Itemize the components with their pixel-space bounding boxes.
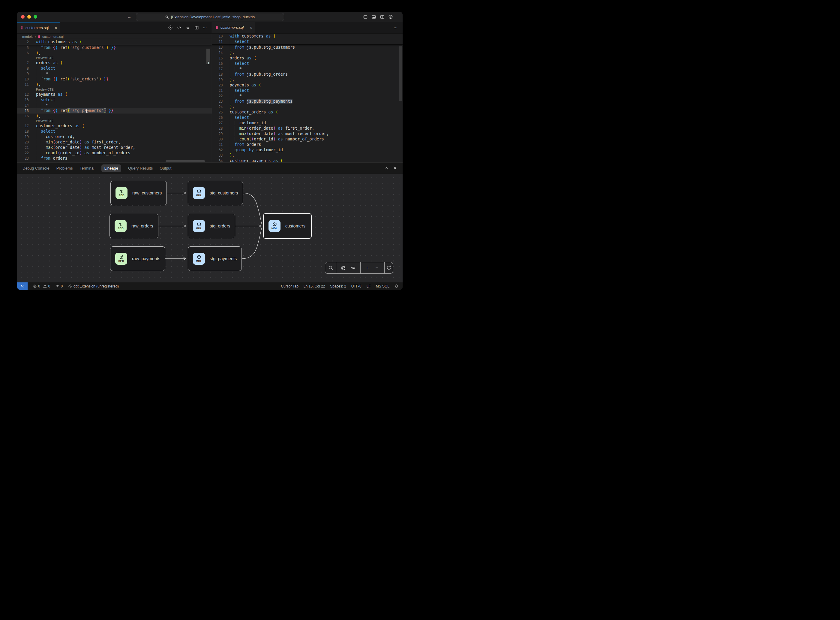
- close-tab-icon[interactable]: ✕: [249, 26, 252, 30]
- code-lines[interactable]: 5 from {{ ref('stg_customers') }}6),Prev…: [17, 45, 212, 161]
- encoding-status[interactable]: UTF-8: [351, 284, 362, 288]
- tab-debug-console[interactable]: Debug Console: [23, 166, 50, 170]
- code-line[interactable]: 13 from js.pub.stg_customers: [212, 45, 403, 50]
- command-center-search[interactable]: [Extension Development Host] jaffle_shop…: [136, 13, 284, 21]
- codelens-line[interactable]: Preview CTE: [17, 119, 212, 123]
- aperture-icon[interactable]: [341, 265, 346, 271]
- gear-icon[interactable]: [388, 14, 393, 19]
- codelens-line[interactable]: Preview CTE: [17, 87, 212, 92]
- lineage-node-raw-payments[interactable]: SED raw_payments: [110, 246, 165, 271]
- source-editor[interactable]: models › customers.sql 2with customers a…: [17, 34, 212, 163]
- dbt-extension-status[interactable]: dbt Extension (unregistered): [68, 284, 119, 288]
- code-line[interactable]: 10 from {{ ref('stg_orders') }}: [17, 77, 212, 82]
- code-line[interactable]: 34customer_payments as (: [212, 158, 403, 163]
- more-actions-icon[interactable]: ⋯: [203, 26, 207, 30]
- dbt-logo-icon[interactable]: [168, 25, 173, 30]
- code-line[interactable]: 21 select: [212, 88, 403, 93]
- tab-customers-sql-right[interactable]: customers.sql ✕: [212, 22, 255, 33]
- preview-eye-icon[interactable]: [185, 26, 191, 30]
- code-line[interactable]: 17 *: [212, 66, 403, 72]
- code-line[interactable]: 21 max(order_date) as most_recent_order,: [17, 145, 212, 150]
- cursor-position-status[interactable]: Ln 15, Col 22: [304, 284, 325, 288]
- breadcrumb-folder[interactable]: models: [22, 35, 33, 38]
- code-line[interactable]: 20 min(order_date) as first_order,: [17, 140, 212, 145]
- code-line[interactable]: 15 from {{ ref('stg_payments') }}: [17, 108, 212, 113]
- tab-customers-sql-left[interactable]: customers.sql ✕: [17, 22, 60, 33]
- close-panel-icon[interactable]: [393, 166, 397, 170]
- code-line[interactable]: 27 customer_id,: [212, 120, 403, 126]
- code-line[interactable]: 14 *: [17, 102, 212, 108]
- refresh-icon[interactable]: [386, 265, 391, 270]
- compiled-code-icon[interactable]: [177, 26, 182, 30]
- code-line[interactable]: 24),: [212, 104, 403, 110]
- code-line[interactable]: 18 from js.pub.stg_orders: [212, 72, 403, 77]
- code-line[interactable]: 17customer_orders as (: [17, 123, 212, 129]
- code-line[interactable]: 29 max(order_date) as most_recent_order,: [212, 131, 403, 137]
- lineage-node-stg-payments[interactable]: MDL stg_payments: [188, 246, 242, 271]
- lineage-node-raw-customers[interactable]: SED raw_customers: [110, 181, 167, 205]
- code-line[interactable]: 11 select: [212, 39, 403, 44]
- code-line[interactable]: 14),: [212, 50, 403, 56]
- code-line[interactable]: 33),: [212, 153, 403, 158]
- title-bar[interactable]: ← → [Extension Development Host] jaffle_…: [17, 12, 403, 22]
- codelens-line[interactable]: Preview CTE: [17, 56, 212, 60]
- back-arrow-icon[interactable]: ←: [127, 14, 131, 20]
- code-line[interactable]: 23 from js.pub.stg_payments: [212, 99, 403, 104]
- tab-output[interactable]: Output: [159, 166, 171, 170]
- eye-icon[interactable]: [350, 265, 356, 270]
- code-line[interactable]: 19 customer_id,: [17, 134, 212, 140]
- code-lines[interactable]: 13 from js.pub.stg_customers14),15orders…: [212, 45, 403, 163]
- lineage-node-stg-orders[interactable]: MDL stg_orders: [188, 214, 235, 238]
- code-line[interactable]: 30 count(order_id) as number_of_orders: [212, 137, 403, 142]
- code-line[interactable]: 6),: [17, 50, 212, 56]
- breadcrumb[interactable]: models › customers.sql: [17, 34, 212, 39]
- code-line[interactable]: 15orders as (: [212, 56, 403, 61]
- close-window-button[interactable]: [21, 15, 25, 19]
- code-line[interactable]: 7orders as (: [17, 60, 212, 66]
- lineage-node-raw-orders[interactable]: SED raw_orders: [110, 214, 158, 238]
- code-line[interactable]: 12payments as (: [17, 92, 212, 97]
- code-line[interactable]: 31 from orders: [212, 142, 403, 147]
- search-icon[interactable]: [328, 265, 333, 270]
- split-editor-icon[interactable]: [194, 26, 199, 30]
- toggle-panel-icon[interactable]: [371, 15, 376, 19]
- code-line[interactable]: 16 select: [212, 61, 403, 66]
- code-line[interactable]: 22 *: [212, 93, 403, 99]
- code-line[interactable]: 16),: [17, 113, 212, 119]
- tab-query-results[interactable]: Query Results: [128, 166, 153, 170]
- minimize-window-button[interactable]: [27, 15, 31, 19]
- code-line[interactable]: 5 from {{ ref('stg_customers') }}: [17, 45, 212, 50]
- code-line[interactable]: 20payments as (: [212, 83, 403, 88]
- vertical-scrollbar-thumb[interactable]: [399, 46, 402, 101]
- horizontal-scrollbar-thumb[interactable]: [165, 160, 205, 162]
- code-line[interactable]: 11),: [17, 82, 212, 87]
- lineage-node-customers[interactable]: MDL customers: [263, 213, 312, 239]
- code-line[interactable]: 13 select: [17, 97, 212, 102]
- tab-lineage[interactable]: Lineage: [101, 164, 121, 172]
- code-line[interactable]: 25customer_orders as (: [212, 110, 403, 115]
- compiled-sql-editor[interactable]: 10with customers as (11 select 13 from j…: [212, 34, 403, 163]
- code-line[interactable]: 18 select: [17, 129, 212, 134]
- breadcrumb-file[interactable]: customers.sql: [42, 35, 64, 38]
- problems-status[interactable]: 0 0: [33, 284, 50, 288]
- sticky-scroll[interactable]: 2with customers as (: [17, 39, 212, 45]
- code-line[interactable]: 2with customers as (: [17, 39, 212, 45]
- zoom-in-icon[interactable]: +: [367, 265, 370, 270]
- code-line[interactable]: 9 *: [17, 71, 212, 77]
- close-tab-icon[interactable]: ✕: [55, 26, 57, 30]
- bell-icon[interactable]: [395, 284, 399, 288]
- cursor-tab-status[interactable]: Cursor Tab: [281, 284, 298, 288]
- ports-status[interactable]: 0: [56, 284, 63, 288]
- code-line[interactable]: 28 min(order_date) as first_order,: [212, 126, 403, 131]
- code-line[interactable]: 26 select: [212, 115, 403, 120]
- toggle-primary-sidebar-icon[interactable]: [363, 15, 368, 19]
- eol-status[interactable]: LF: [367, 284, 371, 288]
- maximize-window-button[interactable]: [34, 15, 37, 19]
- language-mode-status[interactable]: MS SQL: [376, 284, 389, 288]
- code-line[interactable]: 19),: [212, 77, 403, 83]
- tab-terminal[interactable]: Terminal: [80, 166, 95, 170]
- zoom-out-icon[interactable]: −: [375, 265, 378, 270]
- remote-indicator[interactable]: [17, 282, 28, 290]
- lineage-graph-canvas[interactable]: SED raw_customers MDL stg_customers: [17, 174, 403, 282]
- sticky-scroll[interactable]: 10with customers as (11 select: [212, 34, 403, 45]
